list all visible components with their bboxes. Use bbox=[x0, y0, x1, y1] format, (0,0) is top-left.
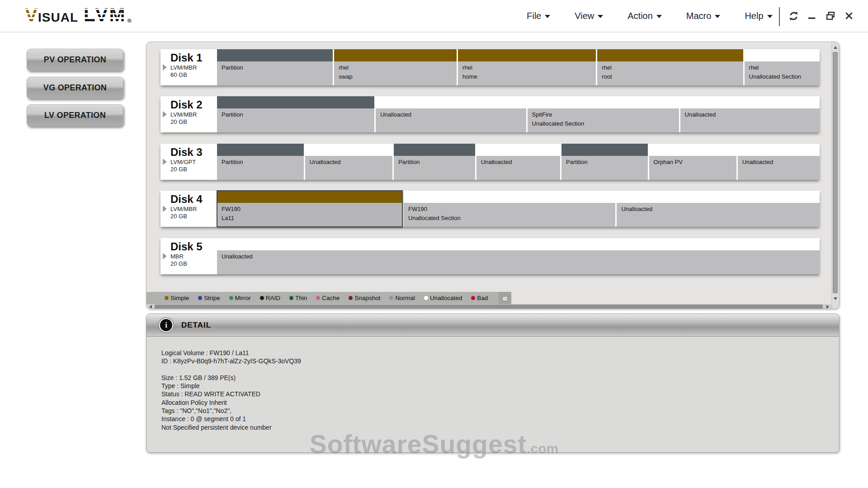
registered-mark: ® bbox=[127, 18, 132, 23]
segment-spitfire-unallocated-section[interactable]: SpitFireUnallocated Section bbox=[528, 96, 679, 132]
segment-unalloacted[interactable]: Unalloacted bbox=[305, 144, 392, 180]
segment-rhel-unallocated-section[interactable]: rhelUnallocated Section bbox=[745, 49, 820, 85]
detail-line: ID : K8yzPv-B0q9-h7hT-alZz-2yIS-GQkS-3oV… bbox=[161, 357, 839, 365]
legend-item-stripe: Stripe bbox=[198, 295, 220, 301]
restore-button[interactable] bbox=[825, 10, 836, 22]
expand-arrow-icon[interactable] bbox=[163, 64, 167, 70]
legend-label: RAID bbox=[266, 295, 280, 301]
menu-view[interactable]: View bbox=[575, 11, 603, 21]
detail-line: Not Specified persistent device number bbox=[161, 423, 839, 432]
segment-unalloacted[interactable]: Unalloacted bbox=[217, 238, 820, 274]
legend-collapse-button[interactable]: « bbox=[499, 292, 511, 304]
minimize-button[interactable] bbox=[806, 10, 818, 22]
chevron-down-icon bbox=[545, 15, 550, 18]
segment-label: rhelhome bbox=[458, 61, 596, 85]
segment-label: Partition bbox=[217, 108, 374, 132]
disk-name: Disk 1 bbox=[170, 52, 217, 64]
app-logo: V ISUAL LVM ® bbox=[25, 5, 132, 24]
disk-label[interactable]: Disk 3LVM/GPT20 GB bbox=[160, 144, 217, 180]
menu-label: View bbox=[575, 11, 594, 21]
segment-rhel-root[interactable]: rhelroot bbox=[597, 49, 743, 85]
disk-label[interactable]: Disk 5MBR20 GB bbox=[160, 238, 217, 274]
disk-segments: PartitionUnalloactedPartitionUnalloacted… bbox=[217, 144, 820, 180]
menu-macro[interactable]: Macro bbox=[686, 11, 721, 21]
menu-label: Macro bbox=[686, 11, 712, 21]
disk-type: LVM/MBR bbox=[170, 64, 217, 72]
sidebar-button-vg-operation[interactable]: VG OPERATION bbox=[27, 77, 123, 99]
menu-label: Action bbox=[627, 11, 653, 21]
segment-rhel-swap[interactable]: rhelswap bbox=[334, 49, 457, 85]
segment-type-bar bbox=[597, 49, 743, 61]
expand-arrow-icon[interactable] bbox=[163, 111, 167, 117]
legend-item-thin: Thin bbox=[289, 295, 307, 301]
segment-fw190-unallocated-section[interactable]: FW190Unallocated Section bbox=[404, 191, 615, 227]
segment-unalloacted[interactable]: Unalloacted bbox=[617, 191, 820, 227]
menu-label: File bbox=[527, 11, 541, 21]
disk-segments: Unalloacted bbox=[217, 238, 820, 274]
segment-partition[interactable]: Partition bbox=[394, 144, 475, 180]
detail-title: DETAIL bbox=[181, 321, 211, 330]
segment-unalloacted[interactable]: Unalloacted bbox=[376, 96, 526, 132]
logo-text-lvm: LVM bbox=[84, 5, 127, 24]
segment-unalloacted[interactable]: Unalloacted bbox=[680, 96, 820, 132]
segment-fw190-la11[interactable]: FW190La11 bbox=[217, 191, 402, 227]
legend-item-raid: RAID bbox=[260, 295, 280, 301]
disk-type: LVM/MBR bbox=[170, 206, 217, 213]
sidebar-button-lv-operation[interactable]: LV OPERATION bbox=[27, 104, 123, 127]
info-icon: i bbox=[160, 319, 172, 331]
top-menubar: V ISUAL LVM ® FileViewActionMacroHelp bbox=[0, 0, 868, 33]
sidebar-button-pv-operation[interactable]: PV OPERATION bbox=[27, 49, 123, 71]
close-button[interactable] bbox=[843, 10, 855, 22]
legend-dot-icon bbox=[471, 296, 475, 300]
segment-type-bar bbox=[334, 49, 457, 61]
segment-type-bar bbox=[745, 49, 820, 61]
legend-label: Bad bbox=[477, 295, 488, 301]
scroll-up-arrow-icon[interactable] bbox=[832, 43, 839, 52]
menu-file[interactable]: File bbox=[527, 11, 550, 21]
vertical-scrollbar[interactable] bbox=[831, 42, 839, 304]
disk-row-2: Disk 2LVM/MBR20 GBPartitionUnalloactedSp… bbox=[160, 96, 820, 132]
scroll-left-arrow-icon[interactable] bbox=[147, 304, 154, 309]
vertical-scroll-thumb[interactable] bbox=[833, 52, 838, 293]
scroll-right-arrow-icon[interactable] bbox=[824, 304, 831, 309]
expand-arrow-icon[interactable] bbox=[163, 206, 167, 212]
detail-header: i DETAIL bbox=[146, 314, 839, 337]
legend-label: Unallocated bbox=[430, 295, 462, 301]
disk-label[interactable]: Disk 2LVM/MBR20 GB bbox=[160, 96, 217, 132]
disk-size: 20 GB bbox=[170, 166, 217, 174]
detail-line: Allocation Policy Inherit bbox=[161, 399, 839, 407]
segment-label: Unalloacted bbox=[617, 203, 820, 227]
disk-label[interactable]: Disk 1LVM/MBR60 GB bbox=[160, 49, 217, 85]
horizontal-scrollbar[interactable] bbox=[146, 304, 840, 309]
legend-item-bad: Bad bbox=[471, 295, 488, 301]
segment-rhel-home[interactable]: rhelhome bbox=[458, 49, 596, 85]
close-icon bbox=[844, 11, 854, 20]
segment-unalloacted[interactable]: Unalloacted bbox=[738, 144, 820, 180]
disk-label[interactable]: Disk 4LVM/MBR20 GB bbox=[160, 191, 217, 227]
disk-size: 20 GB bbox=[170, 118, 217, 126]
segment-partition[interactable]: Partition bbox=[217, 49, 333, 85]
segment-unalloacted[interactable]: Unalloacted bbox=[476, 144, 560, 180]
legend-dot-icon bbox=[316, 296, 320, 300]
segment-orphan-pv[interactable]: Orphan PV bbox=[649, 144, 736, 180]
segment-label: Unalloacted bbox=[680, 108, 820, 132]
detail-line: Size : 1.52 GB / 389 PE(s) bbox=[161, 374, 839, 382]
expand-arrow-icon[interactable] bbox=[163, 159, 167, 165]
segment-partition[interactable]: Partition bbox=[561, 144, 647, 180]
segment-label: Partition bbox=[217, 61, 333, 85]
disk-row-4: Disk 4LVM/MBR20 GBFW190La11FW190Unalloca… bbox=[160, 191, 820, 227]
segment-type-bar bbox=[217, 144, 304, 156]
segment-partition[interactable]: Partition bbox=[217, 144, 304, 180]
refresh-button[interactable] bbox=[788, 10, 799, 22]
legend-item-snapshot: Snapshot bbox=[349, 295, 380, 301]
legend-dot-icon bbox=[424, 296, 428, 300]
menu-action[interactable]: Action bbox=[627, 11, 662, 21]
menu-help[interactable]: Help bbox=[745, 11, 772, 21]
horizontal-scroll-thumb[interactable] bbox=[155, 305, 823, 309]
expand-arrow-icon[interactable] bbox=[163, 253, 167, 259]
disk-size: 20 GB bbox=[170, 260, 217, 268]
scroll-down-arrow-icon[interactable] bbox=[832, 294, 839, 303]
legend-item-unallocated: Unallocated bbox=[424, 295, 462, 301]
segment-partition[interactable]: Partition bbox=[217, 96, 374, 132]
segment-label: FW190Unallocated Section bbox=[404, 203, 615, 227]
